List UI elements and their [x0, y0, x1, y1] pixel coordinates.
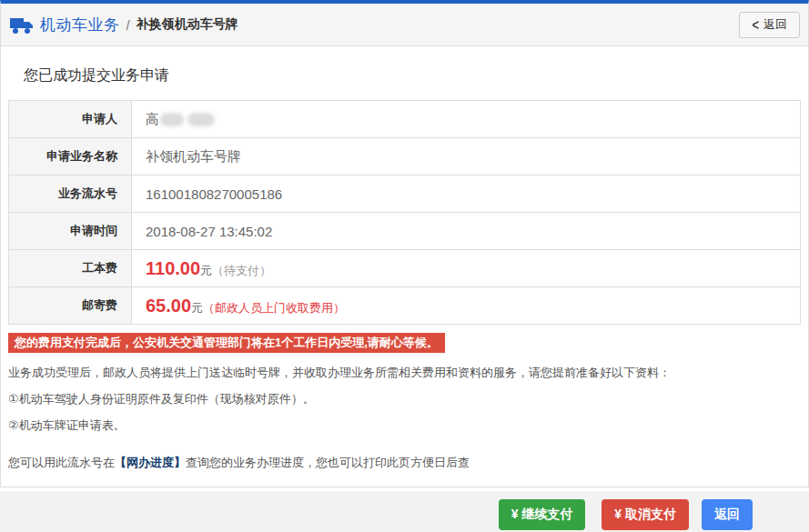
breadcrumb-section[interactable]: 机动车业务	[40, 15, 120, 35]
table-row-serial-number: 业务流水号 161001808270005186	[9, 176, 801, 213]
table-row-applicant: 申请人 高	[9, 101, 801, 138]
table-row-business-name: 申请业务名称 补领机动车号牌	[9, 138, 801, 176]
instruction-paragraph: 业务成功受理后，邮政人员将提供上门送达临时号牌，并收取办理业务所需相关费用和资料…	[8, 365, 801, 381]
page-title: 您已成功提交业务申请	[24, 66, 801, 85]
breadcrumb-separator: /	[126, 17, 130, 33]
progress-note-suffix: 查询您的业务办理进度，您也可以打印此页方便日后查	[186, 456, 470, 469]
page-header: 机动车业务 / 补换领机动车号牌 < 返回	[1, 4, 808, 46]
breadcrumb-page-title: 补换领机动车号牌	[137, 16, 238, 33]
redaction-blur	[187, 113, 215, 126]
redaction-blur	[160, 113, 184, 126]
main-panel: 机动车业务 / 补换领机动车号牌 < 返回 您已成功提交业务申请 申请人 高 申…	[0, 0, 809, 487]
row-value: 110.00元（待支付）	[132, 250, 801, 287]
production-fee-amount: 110.00	[146, 258, 200, 278]
back-button-top[interactable]: < 返回	[739, 12, 800, 38]
apply-time-value: 2018-08-27 13:45:02	[132, 213, 801, 250]
progress-note-prefix: 您可以用此流水号在	[8, 456, 115, 469]
table-row-apply-time: 申请时间 2018-08-27 13:45:02	[9, 213, 801, 250]
applicant-name: 高	[146, 111, 159, 126]
action-footer: ¥ 继续支付 ¥ 取消支付 返回	[0, 491, 809, 532]
row-label: 申请时间	[9, 213, 132, 250]
row-label: 业务流水号	[9, 176, 132, 213]
row-label: 邮寄费	[9, 287, 132, 325]
instruction-item-2: ②机动车牌证申请表。	[8, 417, 801, 434]
serial-number-value: 161001808270005186	[132, 176, 801, 213]
back-button-top-label: 返回	[763, 16, 787, 33]
fee-unit: 元	[200, 264, 212, 277]
breadcrumb: 机动车业务 / 补换领机动车号牌	[9, 15, 238, 35]
table-row-production-fee: 工本费 110.00元（待支付）	[9, 250, 801, 287]
back-button-bottom[interactable]: 返回	[702, 499, 753, 530]
payment-alert-banner: 您的费用支付完成后，公安机关交通管理部门将在1个工作日内受理,请耐心等候。	[8, 333, 445, 353]
row-label: 申请业务名称	[9, 138, 132, 176]
truck-icon	[9, 15, 34, 35]
row-value: 高	[132, 101, 801, 138]
chevron-left-icon: <	[752, 16, 759, 34]
row-label: 申请人	[9, 101, 132, 138]
continue-payment-button[interactable]: ¥ 继续支付	[499, 499, 586, 530]
row-value: 补领机动车号牌	[132, 138, 801, 176]
row-label: 工本费	[9, 250, 132, 287]
fee-unit: 元	[191, 301, 203, 315]
content-area: 您已成功提交业务申请 申请人 高 申请业务名称 补领机动车号牌 业务流水号 16…	[1, 46, 808, 487]
table-row-postage-fee: 邮寄费 65.00元（邮政人员上门收取费用）	[9, 287, 801, 325]
row-value: 65.00元（邮政人员上门收取费用）	[132, 287, 801, 325]
progress-note: 您可以用此流水号在【网办进度】查询您的业务办理进度，您也可以打印此页方便日后查	[8, 455, 801, 471]
fee-status-note: （待支付）	[212, 264, 271, 277]
postage-fee-note: （邮政人员上门收取费用）	[203, 301, 345, 315]
instruction-item-1: ①机动车驾驶人身份证明原件及复印件（现场核对原件）。	[8, 391, 801, 407]
postage-fee-amount: 65.00	[146, 296, 191, 316]
application-info-table: 申请人 高 申请业务名称 补领机动车号牌 业务流水号 1610018082700…	[8, 100, 801, 325]
cancel-payment-button[interactable]: ¥ 取消支付	[602, 499, 689, 530]
online-progress-link: 【网办进度】	[115, 456, 186, 469]
